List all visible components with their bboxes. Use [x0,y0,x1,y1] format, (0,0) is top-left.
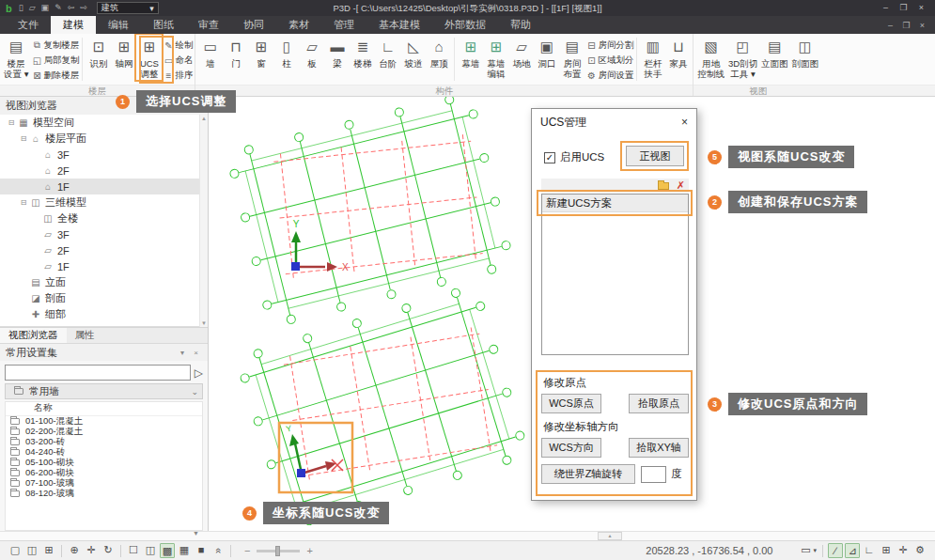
tree-item[interactable]: ⌂2F [0,163,208,179]
zoom-in-icon[interactable]: + [306,545,312,556]
ribbon-button[interactable]: ▱板 [299,35,324,70]
ribbon-button[interactable]: ◫剖面图 [790,35,821,70]
zoom-track[interactable] [257,550,300,552]
close-icon[interactable]: × [681,116,688,129]
tree-item[interactable]: ▱3F [0,226,208,242]
ribbon-button[interactable]: ⊞轴网 [111,35,136,70]
rotate-angle-input[interactable] [641,466,666,483]
select-mode-icon[interactable]: ▭ [798,543,813,558]
menu-tab[interactable]: 外部数据 [432,16,498,34]
doc-restore-button[interactable]: ❐ [898,21,914,30]
menu-tab[interactable]: 协同 [231,16,276,34]
tree-item[interactable]: ⌂3F [0,147,208,163]
scroll-down-icon[interactable]: ▼ [201,320,207,326]
orbit-icon[interactable]: ↻ [101,543,116,558]
search-run-icon[interactable]: ▷ [195,366,203,380]
zoom-out-icon[interactable]: − [244,545,250,556]
hidden-line-style-icon[interactable]: ◫ [143,543,158,558]
panel-menu-icons[interactable]: ▾ × [180,349,202,357]
ribbon-button[interactable]: ◰3D剖切工具 ▾ [726,35,759,80]
new-file-icon[interactable]: ▯ [19,0,23,16]
save-as-icon[interactable]: ✎ [55,0,62,16]
pick-xy-button[interactable]: 拾取XY轴 [629,438,689,458]
ribbon-small-button[interactable]: ⊟房间分割 [584,38,633,53]
command-bar-handle[interactable]: ▴ [598,532,622,540]
tree-item[interactable]: ▱1F [0,258,208,274]
menu-tab[interactable]: 基本建模 [366,16,432,34]
tab-properties[interactable]: 属性 [67,328,103,343]
zoom-slider[interactable]: − + [244,545,313,556]
menu-tab[interactable]: 编辑 [96,16,141,34]
ribbon-button[interactable]: ▥栏杆扶手 [640,35,665,80]
search-input[interactable] [5,365,191,381]
ribbon-button[interactable]: ▭墙 [197,35,223,70]
ribbon-button[interactable]: ⌂屋顶 [426,35,451,70]
ribbon-small-button[interactable]: ◱局部复制 [30,53,79,68]
grid-toggle-icon[interactable]: ⊞ [879,543,894,558]
ribbon-button[interactable]: ⊞幕墙 [458,35,483,70]
ribbon-button[interactable]: ▤房间布置 [559,35,584,80]
ribbon-button[interactable]: ▬梁 [324,35,350,70]
ribbon-button[interactable]: ⊞窗 [248,35,273,70]
restore-button[interactable]: ❐ [895,0,912,16]
dialog-titlebar[interactable]: UCS管理 × [532,109,696,133]
ribbon-button[interactable]: ▣洞口 [534,35,559,70]
doc-minimize-button[interactable]: – [882,21,898,30]
scroll-up-icon[interactable]: ▲ [201,116,207,121]
ribbon-button[interactable]: ▯柱 [273,35,299,70]
pan-lock-icon[interactable]: ✛ [896,543,911,558]
menu-tab[interactable]: 审查 [186,16,231,34]
menu-tab[interactable]: 帮助 [498,16,543,34]
pan-icon[interactable]: ✛ [84,543,99,558]
ribbon-button[interactable]: ⊡识别 [86,35,111,70]
new-scheme-folder-icon[interactable] [658,182,669,190]
tree-item[interactable]: ▤立面 [0,274,208,290]
right-angle-icon[interactable]: ∟ [862,543,877,558]
collapse-panel-icon[interactable]: ▼ [193,530,199,537]
tab-view-browser[interactable]: 视图浏览器 [0,328,67,343]
wall-type-row[interactable]: 08-120-玻璃 [6,489,202,499]
wcs-direction-button[interactable]: WCS方向 [541,438,601,458]
menu-tab[interactable]: 素材 [276,16,321,34]
rotate-z-button[interactable]: 绕世界Z轴旋转 [541,464,635,484]
ribbon-button[interactable]: ▱场地 [508,35,534,70]
zoom-handle[interactable] [275,546,280,556]
close-button[interactable]: × [912,0,930,16]
checkbox-checked-icon[interactable]: ✓ [544,152,555,163]
tree-item[interactable]: ⌂1F [0,179,208,194]
tree-item[interactable]: ⊟▦模型空间 [0,115,208,131]
wcs-origin-button[interactable]: WCS原点 [541,394,601,413]
ribbon-small-button[interactable]: ⚙房间设置 [584,68,633,83]
ribbon-button[interactable]: ≣楼梯 [350,35,375,70]
collapse-icon[interactable]: ⊟ [18,198,29,207]
front-view-button[interactable]: 正视图 [626,146,684,166]
tree-item[interactable]: ▱2F [0,242,208,258]
tile-view-icon[interactable]: ◫ [24,543,39,558]
collection-dropdown[interactable]: 常用墙 ⌄ [5,383,203,399]
redo-icon[interactable]: ⇨ [80,0,87,16]
collapse-styles-icon[interactable]: « [210,543,226,558]
tree-item[interactable]: ⊟⌂楼层平面 [0,131,208,147]
open-file-icon[interactable]: ▱ [29,0,36,16]
zoom-extents-icon[interactable]: ⊕ [67,543,82,558]
minimize-button[interactable]: – [877,0,895,16]
ribbon-button[interactable]: ▤楼层设置 ▾ [2,35,30,80]
tree-item[interactable]: ✚细部 [0,306,208,322]
ribbon-button[interactable]: ▧用地控制线 [695,35,726,80]
menu-tab[interactable]: 图纸 [141,16,186,34]
ribbon-small-button[interactable]: ⧉复制楼层 [30,38,79,53]
tree-item[interactable]: ◫全楼 [0,210,208,226]
save-icon[interactable]: ▣ [41,0,50,16]
tree-item[interactable]: ◪剖面 [0,290,208,306]
pick-origin-button[interactable]: 拾取原点 [629,394,689,413]
ribbon-button[interactable]: ⊞幕墙编辑 [483,35,508,80]
collapse-icon[interactable]: ⊟ [6,118,17,127]
ucs-scheme-item[interactable]: 新建UCS方案 [542,194,688,212]
menu-tab[interactable]: 文件 [6,16,51,34]
delete-scheme-icon[interactable]: ✗ [677,179,685,192]
ribbon-button[interactable]: ⊓门 [223,35,248,70]
ribbon-button[interactable]: ⊔家具 [665,35,691,70]
consistent-style-icon[interactable]: ▦ [177,543,192,558]
add-view-icon[interactable]: ⊞ [41,543,56,558]
undo-icon[interactable]: ⇦ [68,0,75,16]
